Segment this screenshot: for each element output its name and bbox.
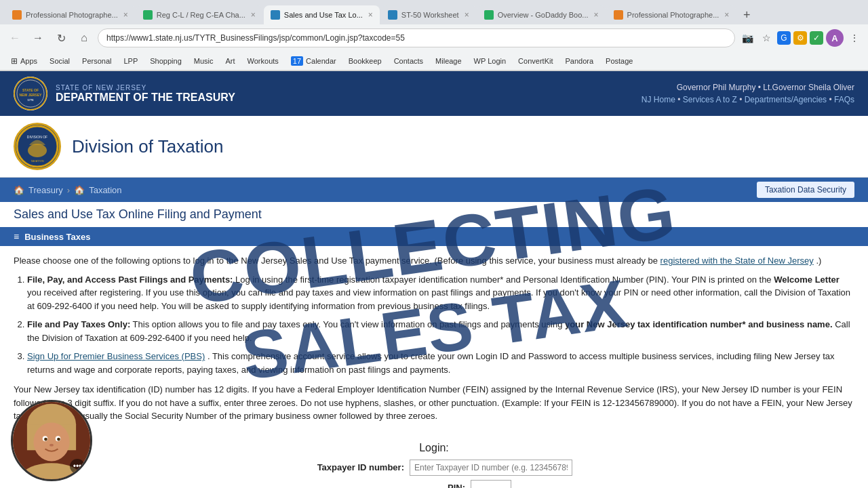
dot-sep-3: •	[829, 95, 834, 104]
address-bar[interactable]: https://www1.state.nj.us/TYTR_BusinessFi…	[98, 28, 735, 47]
bookmark-art-label: Art	[226, 57, 235, 65]
dept-name-label: DEPARTMENT OF THE TREASURY	[56, 92, 235, 104]
bookmark-bookkeep[interactable]: Bookkeep	[343, 56, 387, 66]
tab-2[interactable]: Reg C-L / Reg C-EA Cha... ×	[136, 5, 262, 24]
svg-text:1776: 1776	[28, 98, 35, 102]
new-tab-button[interactable]: +	[737, 5, 756, 24]
bookmark-calendar[interactable]: 17 Calendar	[285, 55, 342, 67]
bookmarks-bar: ⊞ Apps Social Personal LPP Shopping Musi…	[0, 52, 868, 70]
bookmark-apps[interactable]: ⊞ Apps	[5, 55, 43, 67]
bookmark-postage[interactable]: Postage	[600, 56, 638, 66]
tab-1-close[interactable]: ×	[123, 10, 128, 20]
bookmark-personal-label: Personal	[82, 57, 111, 65]
pin-input[interactable]	[471, 480, 511, 489]
back-button[interactable]: ←	[5, 28, 24, 47]
breadcrumb-separator: ›	[67, 185, 70, 195]
bookmark-mileage[interactable]: Mileage	[430, 56, 467, 66]
tab-5-close[interactable]: ×	[594, 10, 599, 20]
taxation-data-security-button[interactable]: Taxation Data Security	[757, 182, 854, 198]
division-banner: DIVISION OF TAXATION Division of Taxatio…	[0, 116, 868, 178]
option-1-text: Log in using the first-time registration…	[235, 274, 774, 285]
tab-4-favicon	[388, 10, 397, 20]
webcam-more-button[interactable]: •••	[70, 459, 85, 474]
tab-6-favicon	[614, 10, 623, 20]
bookmark-pandora-label: Pandora	[565, 57, 593, 65]
governor-line: Governor Phil Murphy • Lt.Governor Sheil…	[642, 83, 854, 92]
services-link[interactable]: Services A to Z	[683, 95, 737, 104]
tab-6-close[interactable]: ×	[724, 10, 729, 20]
state-name-label: STATE OF NEW JERSEY	[56, 84, 235, 92]
tab-3-close[interactable]: ×	[368, 10, 373, 20]
tab-4-close[interactable]: ×	[465, 10, 469, 20]
pbs-signup-link[interactable]: Sign Up for Premier Business Services (P…	[27, 351, 205, 361]
intro-paragraph: Please choose one of the following optio…	[14, 254, 854, 268]
intro-text-1: Please choose one of the following optio…	[14, 256, 660, 266]
bookmark-workouts[interactable]: Workouts	[242, 56, 284, 66]
tab-5[interactable]: Overview - GoDaddy Boo... ×	[477, 5, 606, 24]
bookmark-shopping[interactable]: Shopping	[144, 56, 187, 66]
webcam-overlay: •••	[11, 400, 92, 481]
treasury-breadcrumb-link[interactable]: Treasury	[28, 185, 63, 195]
bookmark-contacts-label: Contacts	[394, 57, 423, 65]
tab-5-label: Overview - GoDaddy Boo...	[498, 11, 589, 19]
tab-3-active[interactable]: Sales and Use Tax Lo... ×	[264, 5, 380, 24]
tab-4[interactable]: ST-50 Worksheet ×	[381, 5, 476, 24]
option-2-text: This option allows you to file and pay t…	[27, 319, 850, 343]
nj-header-right: Governor Phil Murphy • Lt.Governor Sheil…	[642, 83, 854, 104]
extension-icon-3[interactable]: ✓	[810, 31, 823, 45]
bookmark-wplogin-label: WP Login	[474, 57, 507, 65]
option-1: File, Pay, and Access Past Filings and P…	[27, 273, 854, 313]
svg-point-6	[28, 144, 47, 157]
taxation-breadcrumb-link[interactable]: Taxation	[89, 185, 121, 195]
home-button[interactable]: ⌂	[75, 28, 94, 47]
bookmark-pandora[interactable]: Pandora	[559, 56, 599, 66]
svg-point-16	[57, 438, 60, 441]
extension-icon-2[interactable]: ⚙	[793, 31, 807, 45]
bookmark-music-label: Music	[194, 57, 214, 65]
extension-icon-1[interactable]: G	[777, 31, 791, 45]
nj-home-link[interactable]: NJ Home	[642, 95, 675, 104]
bookmark-convertkit[interactable]: ConvertKit	[513, 56, 558, 66]
departments-link[interactable]: Departments/Agencies	[745, 95, 827, 104]
bookmark-star-icon[interactable]: ☆	[758, 30, 774, 46]
bookmark-convertkit-label: ConvertKit	[518, 57, 553, 65]
welcome-letter-bold: Welcome Letter	[774, 274, 840, 285]
tab-1[interactable]: Professional Photographe... ×	[5, 5, 135, 24]
taxpayer-id-input[interactable]	[410, 460, 572, 476]
faqs-link[interactable]: FAQs	[834, 95, 854, 104]
forward-button[interactable]: →	[28, 28, 47, 47]
camera-icon[interactable]: 📷	[739, 30, 755, 46]
tab-6[interactable]: Professional Photographe... ×	[607, 5, 736, 24]
calendar-icon: 17	[291, 56, 303, 66]
svg-text:DIVISION OF: DIVISION OF	[27, 135, 47, 139]
apps-icon: ⊞	[11, 56, 18, 66]
menu-icon[interactable]: ⋮	[846, 30, 863, 46]
breadcrumb: 🏠 Treasury › 🏠 Taxation	[14, 185, 122, 195]
bookmark-wplogin[interactable]: WP Login	[469, 56, 512, 66]
taxpayer-id-row: Taxpayer ID number:	[14, 460, 854, 476]
bookmark-personal[interactable]: Personal	[77, 56, 117, 66]
tab-2-close[interactable]: ×	[251, 10, 256, 20]
tab-1-favicon	[12, 10, 22, 20]
bookmark-bookkeep-label: Bookkeep	[349, 57, 382, 65]
bookmark-lpp[interactable]: LPP	[118, 56, 143, 66]
navigation-bar: ← → ↻ ⌂ https://www1.state.nj.us/TYTR_Bu…	[0, 24, 868, 52]
section-tab-label: Business Taxes	[24, 232, 90, 242]
nj-logo-area: STATE OF NEW JERSEY 1776 STATE OF NEW JE…	[14, 77, 235, 110]
division-title: Division of Taxation	[72, 136, 224, 157]
bookmark-social[interactable]: Social	[44, 56, 75, 66]
bookmark-art[interactable]: Art	[220, 56, 241, 66]
bookmark-social-label: Social	[50, 57, 70, 65]
url-text: https://www1.state.nj.us/TYTR_BusinessFi…	[106, 33, 405, 43]
svg-point-15	[44, 438, 47, 441]
registered-link[interactable]: registered with the State of New Jersey	[660, 256, 814, 266]
page-content: STATE OF NEW JERSEY 1776 STATE OF NEW JE…	[0, 71, 868, 488]
tax-id-note: Your New Jersey tax identification (ID) …	[14, 383, 854, 423]
bookmark-contacts[interactable]: Contacts	[389, 56, 429, 66]
division-seal: DIVISION OF TAXATION	[14, 123, 61, 170]
reload-button[interactable]: ↻	[52, 28, 71, 47]
intro-text-2: .)	[816, 256, 821, 266]
dot-sep-1: •	[677, 95, 683, 104]
profile-avatar[interactable]: A	[826, 29, 844, 47]
bookmark-music[interactable]: Music	[189, 56, 219, 66]
